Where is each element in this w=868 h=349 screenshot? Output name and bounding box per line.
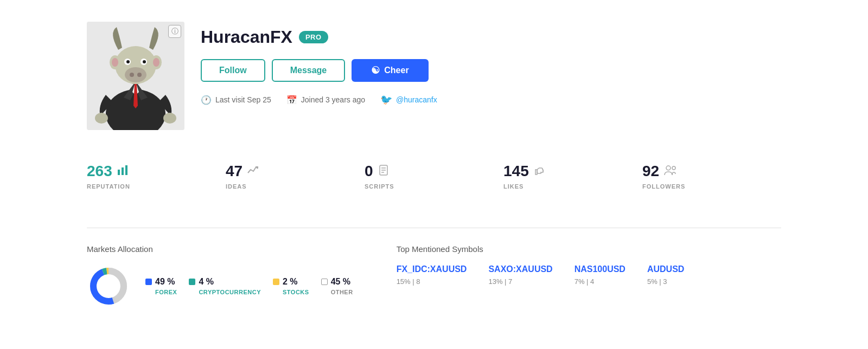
symbol-1-name[interactable]: FX_IDC:XAUUSD <box>397 264 467 274</box>
symbol-4: AUDUSD 5% | 3 <box>647 264 684 286</box>
symbol-4-stats: 5% | 3 <box>647 277 684 286</box>
reputation-icon <box>117 164 129 179</box>
svg-point-18 <box>153 58 159 67</box>
twitter-item[interactable]: 🐦 @huracanfx <box>380 94 437 106</box>
pro-badge: PRO <box>299 31 328 43</box>
stat-ideas: 47 IDEAS <box>226 163 365 190</box>
cheer-button[interactable]: ☯ Cheer <box>352 59 428 82</box>
action-buttons: Follow Message ☯ Cheer <box>201 59 781 82</box>
scripts-value: 0 <box>365 163 373 180</box>
markets-allocation-title: Markets Allocation <box>87 244 353 254</box>
stocks-dot <box>273 279 279 285</box>
profile-info: HuracanFX PRO Follow Message ☯ Cheer 🕐 L… <box>201 22 781 106</box>
calendar-icon: 📅 <box>286 95 297 105</box>
symbol-2: SAXO:XAUUSD 13% | 7 <box>488 264 552 286</box>
other-percent: 45 % <box>331 277 350 287</box>
avatar-wrapper: ⓘ <box>87 22 184 130</box>
reputation-value: 263 <box>87 163 112 180</box>
allocation-content: 49 % FOREX 4 % CRYPTOCURRENCY <box>87 264 353 308</box>
stocks-label: STOCKS <box>273 289 309 295</box>
svg-point-28 <box>666 166 671 170</box>
likes-icon <box>533 164 545 179</box>
follow-button[interactable]: Follow <box>201 59 265 82</box>
symbols-list: FX_IDC:XAUUSD 15% | 8 SAXO:XAUUSD 13% | … <box>397 264 781 286</box>
cheer-icon: ☯ <box>371 64 380 76</box>
profile-name: HuracanFX <box>201 27 292 47</box>
legend-stocks: 2 % STOCKS <box>273 277 309 295</box>
donut-chart <box>87 264 130 308</box>
svg-rect-23 <box>125 165 127 175</box>
section-divider <box>87 228 781 228</box>
svg-point-9 <box>130 73 134 77</box>
last-visit-text: Last visit Sep 25 <box>215 95 271 104</box>
svg-point-20 <box>163 113 176 124</box>
svg-point-29 <box>672 166 675 170</box>
meta-row: 🕐 Last visit Sep 25 📅 Joined 3 years ago… <box>201 94 781 106</box>
twitter-handle[interactable]: @huracanfx <box>396 95 437 104</box>
info-icon[interactable]: ⓘ <box>168 25 181 38</box>
stat-followers: 92 FOLLOWERS <box>642 163 781 190</box>
other-label: OTHER <box>321 289 353 295</box>
name-row: HuracanFX PRO <box>201 27 781 47</box>
joined-item: 📅 Joined 3 years ago <box>286 95 365 105</box>
legend-forex: 49 % FOREX <box>145 277 177 295</box>
stocks-percent: 2 % <box>283 277 298 287</box>
symbol-3-stats: 7% | 4 <box>575 277 626 286</box>
svg-point-10 <box>137 73 142 77</box>
other-dot <box>321 279 328 285</box>
svg-rect-21 <box>118 170 120 175</box>
scripts-label: SCRIPTS <box>365 183 503 190</box>
followers-icon <box>663 164 678 179</box>
legend-other: 45 % OTHER <box>321 277 353 295</box>
allocation-legend: 49 % FOREX 4 % CRYPTOCURRENCY <box>145 277 353 295</box>
ideas-value: 47 <box>226 163 242 180</box>
stat-reputation: 263 REPUTATION <box>87 163 226 190</box>
stats-row: 263 REPUTATION 47 <box>87 152 781 201</box>
forex-dot <box>145 279 152 285</box>
likes-value: 145 <box>503 163 529 180</box>
joined-text: Joined 3 years ago <box>301 95 365 104</box>
symbol-1-stats: 15% | 8 <box>397 277 467 286</box>
svg-point-13 <box>126 60 130 63</box>
svg-rect-22 <box>122 167 124 175</box>
symbol-1: FX_IDC:XAUUSD 15% | 8 <box>397 264 467 286</box>
message-button[interactable]: Message <box>272 59 346 82</box>
clock-icon: 🕐 <box>201 95 212 105</box>
forex-label: FOREX <box>145 289 177 295</box>
svg-point-14 <box>143 60 146 63</box>
top-symbols-title: Top Mentioned Symbols <box>397 244 781 254</box>
stat-likes: 145 LIKES <box>503 163 642 190</box>
cheer-label: Cheer <box>384 66 409 75</box>
crypto-percent: 4 % <box>199 277 214 287</box>
avatar <box>87 22 184 130</box>
likes-label: LIKES <box>503 183 642 190</box>
top-symbols: Top Mentioned Symbols FX_IDC:XAUUSD 15% … <box>397 244 781 308</box>
last-visit-item: 🕐 Last visit Sep 25 <box>201 95 271 105</box>
followers-label: FOLLOWERS <box>642 183 781 190</box>
scripts-icon <box>378 164 390 179</box>
avatar-svg <box>87 22 184 130</box>
forex-percent: 49 % <box>155 277 175 287</box>
symbol-3-name[interactable]: NAS100USD <box>575 264 626 274</box>
crypto-label: CRYPTOCURRENCY <box>189 289 261 295</box>
twitter-bird-icon: 🐦 <box>380 94 392 106</box>
legend-crypto: 4 % CRYPTOCURRENCY <box>189 277 261 295</box>
followers-value: 92 <box>642 163 659 180</box>
symbol-3: NAS100USD 7% | 4 <box>575 264 626 286</box>
svg-point-8 <box>125 67 146 82</box>
symbol-4-name[interactable]: AUDUSD <box>647 264 684 274</box>
ideas-icon <box>247 164 259 179</box>
markets-allocation: Markets Allocation <box>87 244 353 308</box>
svg-point-19 <box>95 113 108 124</box>
symbol-2-name[interactable]: SAXO:XAUUSD <box>488 264 552 274</box>
svg-point-17 <box>112 58 118 67</box>
symbol-2-stats: 13% | 7 <box>488 277 552 286</box>
stat-scripts: 0 SCRIPTS <box>365 163 503 190</box>
bottom-section: Markets Allocation <box>87 244 781 329</box>
ideas-label: IDEAS <box>226 183 365 190</box>
profile-header: ⓘ HuracanFX PRO Follow Message ☯ Cheer 🕐… <box>87 22 781 130</box>
profile-container: ⓘ HuracanFX PRO Follow Message ☯ Cheer 🕐… <box>54 0 814 329</box>
crypto-dot <box>189 279 195 285</box>
reputation-label: REPUTATION <box>87 183 226 190</box>
